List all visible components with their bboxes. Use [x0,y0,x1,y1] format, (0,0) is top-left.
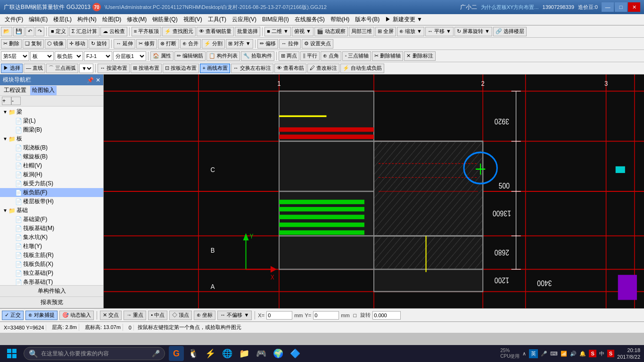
sidebar-pin[interactable]: 📌 [87,77,94,83]
btn-by-slab-edge[interactable]: ⊡ 按板边布置 [163,64,199,73]
zh-indicator[interactable]: 中 [599,350,604,357]
floor-select[interactable]: 第5层 [1,51,29,61]
btn-copy[interactable]: ❑ 复制 [23,39,44,49]
btn-2d[interactable]: ■ 二维 ▼ [264,27,291,36]
btn-snap-intersect[interactable]: ✕ 交点 [100,311,122,320]
btn-align[interactable]: ⊞ 对齐 ▼ [226,39,253,49]
btn-local-3d[interactable]: 局部三维 [349,27,374,36]
taskbar-app-glodon[interactable]: G [169,346,184,361]
btn-change-label[interactable]: 🖊 查改标注 [307,64,339,73]
btn-point-angle[interactable]: ⊕ 点角 [321,51,341,61]
btn-properties[interactable]: 🏠 属性 [150,51,173,61]
btn-tree-remove[interactable]: - [11,97,21,105]
btn-snap-midpoint[interactable]: → 重点 [124,311,146,320]
btn-batch-select[interactable]: 批量选择 [235,27,260,36]
btn-snap-coord[interactable]: ⊕ 坐标 [194,311,215,320]
maximize-button[interactable]: □ [615,2,627,12]
menu-component[interactable]: 构件(N) [74,15,99,25]
sidebar-close-icon[interactable]: ✕ [96,77,100,83]
btn-tree-add[interactable]: + [2,97,11,105]
btn-rotate[interactable]: ↻ 旋转 [89,39,109,49]
sys-arrow[interactable]: ∧ [522,351,526,357]
btn-edit-rebar[interactable]: ✏ 编辑钢筋 [174,51,206,61]
btn-snap-no-offset[interactable]: ↔ 不偏移 ▼ [217,311,252,320]
btn-view-rebar-layout[interactable]: 👁 查看布筋 [274,64,306,73]
tree-item-13[interactable]: 📄筏板基础(M) [0,224,103,233]
menu-online[interactable]: 在线服务(S) [292,15,328,25]
tree-item-7[interactable]: 📄板洞(H) [0,170,103,179]
tree-item-19[interactable]: 📄条形基础(T) [0,278,103,285]
btn-component-list[interactable]: 📋 构件列表 [206,51,240,61]
taskbar-app-earth[interactable]: 🌍 [271,346,286,361]
btn-drawing-input[interactable]: 绘图输入 [30,86,57,95]
canvas-area[interactable]: 1 2 3 C B A C B A [104,74,644,308]
minimize-button[interactable]: — [602,2,614,12]
btn-extend[interactable]: ↔ 延伸 [114,39,135,49]
menu-edit[interactable]: 编辑(E) [26,15,50,25]
close-button[interactable]: ✕ [628,2,640,12]
component-select[interactable]: 板 [30,51,54,61]
btn-screen-rotate[interactable]: ↻ 屏幕旋转 ▼ [454,27,492,36]
taskbar-app-folder[interactable]: 📁 [237,346,252,361]
taskbar-app-ie[interactable]: 🌐 [220,346,235,361]
keyboard-icon[interactable]: ⌨ [550,351,558,357]
btn-pan[interactable]: ↔ 平移 ▼ [425,27,454,36]
menu-cloud[interactable]: 云应用(V) [229,15,259,25]
btn-single-component[interactable]: 单构件输入 [0,286,103,297]
btn-line[interactable]: — 直线 [24,64,45,73]
btn-find-element[interactable]: ⚡ 查找图元 [162,27,196,36]
taskbar-app-360[interactable]: ⚡ [203,346,218,361]
menu-rebar-qty[interactable]: 钢筋量(Q) [149,15,180,25]
btn-zoom[interactable]: ⊕ 缩放 ▼ [397,27,424,36]
menu-view[interactable]: 视图(V) [181,15,205,25]
tree-item-4[interactable]: 📄现浇板(B) [0,143,103,152]
btn-pick-component[interactable]: 🔧 拾取构件 [241,51,274,61]
btn-swap-lr[interactable]: ↔ 交换左右标注 [231,64,273,73]
x-input[interactable] [266,311,292,320]
tree-item-3[interactable]: ▼📁板 [0,134,103,143]
btn-object-snap[interactable]: ⊕ 对象捕提 [25,311,58,320]
tree-item-12[interactable]: 📄基础梁(F) [0,215,103,224]
tree-item-17[interactable]: 📄筏板负筋(X) [0,260,103,269]
alert-icon[interactable]: 🔔 [579,351,586,357]
draw-options[interactable]: ▼ [79,64,93,73]
btn-delete[interactable]: ✂ 删除 [1,39,22,49]
btn-view-rebar[interactable]: 👁 查看钢筋量 [197,27,234,36]
btn-redo[interactable]: ↷ [35,27,44,36]
menu-help[interactable]: 帮助(H) [328,15,353,25]
menu-new-change[interactable]: ▶ 新建变更 ▼ [382,15,425,25]
btn-parallel[interactable]: ∥ 平行 [300,51,320,61]
tree-item-14[interactable]: 📄集水坑(K) [0,233,103,242]
tree-item-0[interactable]: ▼📁梁 [0,107,103,116]
btn-select-floor[interactable]: 🔗 选择楼层 [493,27,527,36]
tree-item-18[interactable]: 📄独立基础(P) [0,269,103,278]
taskbar-app-game[interactable]: 🎮 [254,346,269,361]
menu-file[interactable]: 文件(F) [2,15,26,25]
tree-item-2[interactable]: 📄圈梁(B) [0,125,103,134]
btn-stretch[interactable]: ↔ 拉伸 [279,39,301,49]
lang-indicator[interactable]: 英 [529,349,538,358]
btn-level-top[interactable]: ≡ 平齐板顶 [132,27,161,36]
btn-cloud-check[interactable]: ☁ 云检查 [100,27,127,36]
rotate-input[interactable] [372,311,401,320]
tree-item-1[interactable]: 📄梁(L) [0,116,103,125]
volume-icon[interactable]: 🔊 [570,351,577,357]
btn-split[interactable]: ⚡ 分割 [202,39,225,49]
start-button[interactable] [0,345,24,362]
menu-draw[interactable]: 绘图(D) [99,15,124,25]
taskbar-search-box[interactable]: 🔍 在这里输入你要搜索的内容 🎤 [24,347,165,360]
tree-item-16[interactable]: 📄筏板主筋(R) [0,251,103,260]
btn-define[interactable]: ■ 定义 [49,27,68,36]
btn-snap-center[interactable]: • 中点 [148,311,167,320]
btn-two-point[interactable]: ⊞ 两点 [279,51,299,61]
menu-modify[interactable]: 修改(M) [124,15,149,25]
btn-arc[interactable]: ⌒ 三点画弧 [46,64,78,73]
btn-dynamic-input[interactable]: 🎯 动态输入 [59,311,94,320]
btn-draw-line-place[interactable]: + 画线布置 [200,64,230,73]
taskbar-app-qq[interactable]: 🐧 [186,346,201,361]
btn-delete-axis[interactable]: ✂ 删除辅轴 [372,51,403,61]
taskbar-app-blue[interactable]: 🔷 [288,346,303,361]
btn-project-setup[interactable]: 工程设置 [2,86,28,95]
btn-break[interactable]: ⊗ 打断 [158,39,179,49]
btn-auto-gen-neg[interactable]: ⚡ 自动生成负筋 [340,64,384,73]
